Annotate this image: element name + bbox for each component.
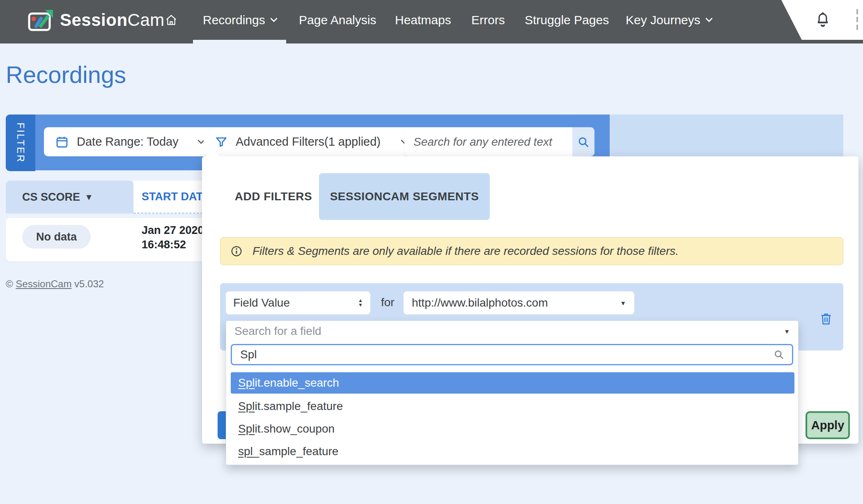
start-date-cell: Jan 27 2020, 16:48:52 (142, 223, 207, 252)
sort-desc-icon: ▾ (87, 192, 91, 202)
info-icon (230, 245, 243, 257)
home-icon (164, 14, 178, 27)
advanced-filters-button[interactable]: Advanced Filters(1 applied) (204, 127, 419, 156)
info-banner: Filters & Segments are only available if… (220, 237, 843, 265)
chevron-down-icon (270, 18, 278, 22)
suggestion-item[interactable]: Split.sample_feature (231, 396, 794, 417)
nav-heatmaps[interactable]: Heatmaps (395, 0, 451, 40)
column-header-start-date[interactable]: START DATE (133, 181, 210, 214)
search-icon (773, 349, 785, 360)
chevron-down-icon (705, 18, 713, 22)
nav-recordings[interactable]: Recordings (203, 0, 278, 40)
field-type-select[interactable]: Field Value ▲▼ (226, 291, 370, 314)
navbar-corner-panel (781, 0, 863, 40)
cs-score-badge: No data (22, 225, 91, 249)
dropdown-arrow-icon: ▼ (620, 300, 626, 307)
site-select[interactable]: http://www.bilalphotos.com ▼ (404, 291, 634, 314)
nav-struggle-pages[interactable]: Struggle Pages (525, 0, 609, 40)
app-screen: SessionCam Recordings Page Analysis Heat… (0, 0, 863, 504)
field-select-collapsed[interactable]: Search for a field ▼ (226, 321, 798, 341)
search-icon (577, 135, 590, 149)
nav-page-analysis[interactable]: Page Analysis (299, 0, 376, 40)
field-search-dropdown: Search for a field ▼ Split.enable_search… (226, 321, 799, 465)
brand-name: SessionCam (60, 10, 165, 30)
field-search-box (231, 344, 793, 365)
tab-add-filters[interactable]: ADD FILTERS (228, 173, 319, 220)
version-label: v5.032 (74, 278, 104, 289)
active-tab-indicator (193, 40, 286, 44)
nav-home[interactable] (164, 0, 178, 40)
text-search-input[interactable] (404, 127, 572, 156)
select-spinner-icon: ▲▼ (358, 298, 363, 307)
more-options-icon[interactable] (856, 9, 858, 30)
nav-key-journeys[interactable]: Key Journeys (626, 0, 713, 40)
brand-logo[interactable]: SessionCam (27, 0, 165, 40)
apply-button[interactable]: Apply (806, 411, 850, 439)
tab-sessioncam-segments[interactable]: SESSIONCAM SEGMENTS (319, 173, 490, 220)
delete-filter-icon[interactable] (819, 311, 833, 326)
page-title: Recordings (6, 61, 126, 88)
text-search-box (404, 127, 594, 156)
suggestion-item[interactable]: Split.show_coupon (231, 418, 794, 440)
dropdown-arrow-icon: ▼ (784, 328, 790, 335)
footer: © SessionCam v5.032 (6, 278, 104, 290)
date-range-button[interactable]: Date Range: Today (44, 127, 216, 156)
suggestion-item[interactable]: Split.enable_search (231, 372, 794, 394)
sessioncam-link[interactable]: SessionCam (16, 278, 71, 289)
funnel-icon (214, 135, 228, 149)
search-submit-button[interactable] (572, 127, 594, 156)
column-header-cs-score[interactable]: CS SCORE ▾ (6, 181, 133, 213)
field-search-input[interactable] (239, 348, 773, 362)
info-banner-text: Filters & Segments are only available if… (252, 245, 679, 258)
for-label: for (381, 296, 395, 309)
navbar: SessionCam Recordings Page Analysis Heat… (0, 0, 863, 44)
table-row[interactable]: No data Jan 27 2020, 16:48:52 (6, 218, 222, 261)
sessioncam-logo-icon (27, 8, 54, 32)
notifications-bell-icon[interactable] (815, 11, 831, 29)
nav-errors[interactable]: Errors (471, 0, 505, 40)
filter-side-tab[interactable]: FILTER (6, 115, 35, 171)
calendar-icon (55, 135, 69, 149)
suggestion-item[interactable]: spl_sample_feature (231, 441, 794, 462)
